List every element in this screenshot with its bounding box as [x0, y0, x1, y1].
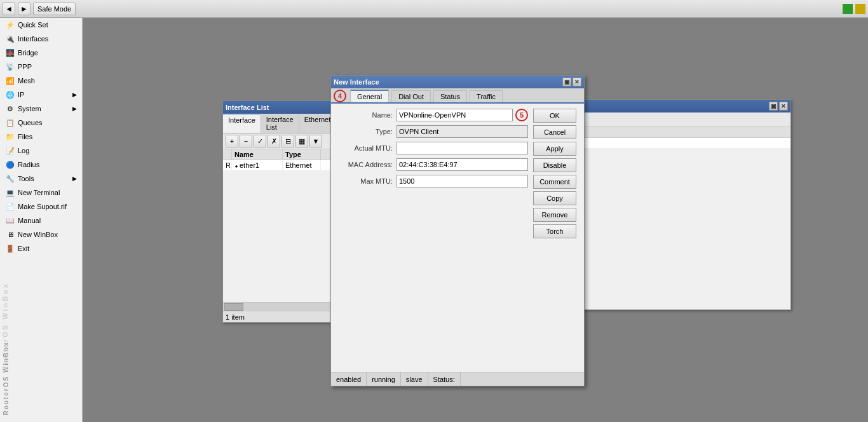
sidebar-item-ip[interactable]: 🌐 IP ▶ [0, 88, 82, 102]
tab-interface-list[interactable]: Interface List [261, 114, 299, 133]
log-icon: 📝 [5, 146, 15, 156]
sidebar-item-ppp-label: PPP [18, 63, 32, 71]
comment-button[interactable]: Comment [533, 175, 576, 189]
sidebar-item-winbox-label: New WinBox [18, 231, 58, 238]
system-icon: ⚙ [5, 104, 15, 114]
horizontal-scrollbar[interactable] [223, 302, 333, 311]
expand-button[interactable]: ▦ [295, 135, 308, 147]
tab-interface[interactable]: Interface [223, 113, 261, 133]
interface-list-title: Interface List [226, 104, 330, 111]
forward-button[interactable]: ► [18, 3, 31, 15]
ppp-icon: 📡 [5, 62, 15, 72]
sidebar-item-files[interactable]: 📁 Files [0, 130, 82, 144]
actual-mtu-label: Actual MTU: [336, 144, 397, 152]
sidebar-item-ppp[interactable]: 📡 PPP [0, 60, 82, 74]
type-label: Type: [336, 128, 397, 135]
ip-icon: 🌐 [5, 90, 15, 100]
new-interface-title: New Interface [334, 78, 561, 86]
sidebar-item-mesh[interactable]: 📶 Mesh [0, 74, 82, 88]
slave-status: slave [401, 372, 428, 386]
type-row: Type: [336, 125, 528, 138]
sidebar-item-quick-set-label: Quick Set [18, 21, 48, 29]
radius-icon: 🔵 [5, 160, 15, 170]
badge-5: 5 [515, 109, 528, 121]
name-input[interactable] [397, 109, 513, 121]
sidebar-item-new-winbox[interactable]: 🖥 New WinBox [0, 228, 82, 242]
type-col: Type [283, 149, 321, 160]
sidebar-item-system[interactable]: ⚙ System ▶ [0, 102, 82, 116]
bg-window-close-button[interactable]: ✕ [779, 102, 788, 111]
cancel-button[interactable]: Cancel [533, 125, 576, 139]
sidebar-item-new-terminal[interactable]: 💻 New Terminal [0, 186, 82, 200]
top-bar-right [843, 4, 865, 14]
bg-window-restore-button[interactable]: ▣ [769, 102, 778, 111]
interface-table-header: Name Type [223, 149, 333, 160]
dialog-close-button[interactable]: ✕ [573, 78, 581, 86]
form-area: Name: 5 Type: Actual MTU: MAC Address: [336, 109, 528, 238]
collapse-button[interactable]: ⊟ [281, 135, 294, 147]
ether-icon: ⬥ [234, 162, 238, 169]
interface-list-status-bar: 1 item [223, 311, 333, 322]
interface-list-titlebar: Interface List [223, 101, 333, 114]
sidebar-item-bridge-label: Bridge [18, 49, 38, 57]
sidebar-item-tools[interactable]: 🔧 Tools ▶ [0, 172, 82, 186]
row-name: ⬥ ether1 [232, 160, 283, 170]
sidebar-item-system-label: System [18, 105, 41, 112]
type-input [397, 125, 528, 138]
sidebar-item-radius-label: Radius [18, 161, 39, 168]
max-mtu-input[interactable] [397, 175, 528, 187]
main-area: ▣ ✕ Tx Packet (p/s) Rx Pa bps 2 Interfac… [83, 18, 868, 422]
remove-button[interactable]: − [240, 135, 252, 147]
mac-address-row: MAC Address: [336, 158, 528, 171]
mesh-icon: 📶 [5, 76, 15, 86]
enabled-status: enabled [331, 372, 367, 386]
quick-set-icon: ⚡ [5, 20, 15, 30]
max-mtu-row: Max MTU: [336, 175, 528, 187]
back-button[interactable]: ◄ [3, 3, 15, 15]
ip-arrow-icon: ▶ [72, 92, 77, 98]
sidebar-item-exit[interactable]: 🚪 Exit [0, 242, 82, 255]
ok-button[interactable]: OK [533, 109, 576, 123]
scroll-thumb[interactable] [224, 303, 243, 311]
supout-icon: 📄 [5, 201, 15, 212]
top-bar: ◄ ► Safe Mode [0, 0, 868, 18]
tab-dial-out[interactable]: Dial Out [391, 90, 431, 102]
safe-mode-button[interactable]: Safe Mode [33, 3, 76, 15]
name-input-group: 5 [397, 109, 528, 121]
sidebar-item-make-supout[interactable]: 📄 Make Supout.rif [0, 200, 82, 214]
sidebar-item-queues[interactable]: 📋 Queues [0, 116, 82, 130]
sidebar-item-interfaces[interactable]: 🔌 Interfaces [0, 32, 82, 46]
system-arrow-icon: ▶ [72, 106, 77, 112]
edit-button[interactable]: ✓ [254, 135, 266, 147]
sidebar-item-bridge[interactable]: 🌉 Bridge [0, 46, 82, 60]
sidebar-item-log[interactable]: 📝 Log [0, 144, 82, 158]
max-mtu-label: Max MTU: [336, 177, 397, 185]
disable-button[interactable]: ✗ [268, 135, 280, 147]
sidebar-item-queues-label: Queues [18, 119, 43, 126]
connection-indicator [843, 4, 853, 14]
sidebar-item-manual-label: Manual [18, 217, 41, 224]
disable-button[interactable]: Disable [533, 158, 576, 172]
torch-button[interactable]: Torch [533, 224, 576, 238]
tab-status[interactable]: Status [433, 90, 467, 102]
sidebar-item-exit-label: Exit [18, 245, 29, 252]
dialog-restore-button[interactable]: ▣ [562, 78, 571, 86]
tools-icon: 🔧 [5, 174, 15, 184]
mac-address-input[interactable] [397, 158, 528, 171]
add-button[interactable]: + [226, 135, 238, 147]
dialog-status-bar: enabled running slave Status: [331, 372, 584, 386]
copy-button[interactable]: Copy [533, 191, 576, 205]
tab-traffic[interactable]: Traffic [470, 90, 503, 102]
apply-button[interactable]: Apply [533, 142, 576, 156]
sidebar-item-quick-set[interactable]: ⚡ Quick Set [0, 18, 82, 32]
tab-general[interactable]: General [350, 90, 389, 102]
filter-button[interactable]: ▼ [309, 135, 322, 147]
sidebar-item-radius[interactable]: 🔵 Radius [0, 158, 82, 172]
sidebar-item-log-label: Log [18, 147, 29, 154]
sidebar-item-manual[interactable]: 📖 Manual [0, 214, 82, 228]
sidebar-item-supout-label: Make Supout.rif [18, 203, 67, 210]
actual-mtu-input[interactable] [397, 142, 528, 154]
table-row[interactable]: R ⬥ ether1 Ethernet [223, 160, 333, 171]
files-icon: 📁 [5, 132, 15, 142]
remove-button[interactable]: Remove [533, 208, 576, 222]
